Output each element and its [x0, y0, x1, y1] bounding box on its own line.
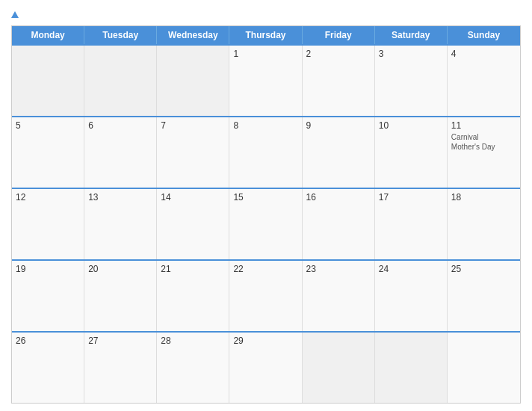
- day-number: 24: [379, 264, 443, 274]
- cal-cell-2-4: 8: [229, 117, 302, 188]
- logo-icon: [11, 11, 19, 18]
- cal-cell-3-6: 17: [375, 189, 448, 259]
- calendar-header-row: Monday Tuesday Wednesday Thursday Friday…: [12, 26, 520, 44]
- cal-cell-2-3: 7: [157, 117, 229, 188]
- day-number: 20: [88, 264, 152, 274]
- day-number: 29: [233, 336, 297, 346]
- cal-cell-5-7: [448, 333, 520, 403]
- day-number: 28: [161, 336, 225, 346]
- col-friday: Friday: [303, 26, 375, 44]
- day-number: 11: [451, 120, 516, 131]
- day-number: 25: [451, 264, 516, 274]
- cal-cell-2-5: 9: [303, 117, 375, 188]
- col-monday: Monday: [12, 26, 84, 44]
- cal-cell-1-2: [84, 46, 157, 116]
- day-number: 6: [88, 120, 152, 131]
- cal-cell-3-2: 13: [84, 189, 157, 259]
- calendar-body: 1234567891011CarnivalMother's Day1213141…: [12, 44, 520, 403]
- calendar-page: Monday Tuesday Wednesday Thursday Friday…: [0, 0, 532, 411]
- col-tuesday: Tuesday: [84, 26, 157, 44]
- day-number: 2: [306, 49, 371, 59]
- logo: [11, 7, 22, 21]
- day-number: 5: [16, 120, 80, 131]
- day-number: 18: [451, 192, 516, 203]
- col-saturday: Saturday: [375, 26, 448, 44]
- week-row-2: 567891011CarnivalMother's Day: [12, 116, 520, 188]
- cal-cell-3-3: 14: [157, 189, 229, 259]
- calendar-event: Mother's Day: [451, 142, 516, 152]
- cal-cell-5-5: [303, 333, 375, 403]
- day-number: 19: [16, 264, 80, 274]
- cal-cell-4-6: 24: [375, 261, 448, 331]
- calendar-grid: Monday Tuesday Wednesday Thursday Friday…: [11, 25, 521, 404]
- cal-cell-1-3: [157, 46, 229, 116]
- cal-cell-2-2: 6: [84, 117, 157, 188]
- week-row-1: 1234: [12, 44, 520, 116]
- day-number: 10: [379, 120, 443, 131]
- cal-cell-5-3: 28: [157, 333, 229, 403]
- day-number: 21: [161, 264, 225, 274]
- cal-cell-1-5: 2: [303, 46, 375, 116]
- cal-cell-1-7: 4: [448, 46, 520, 116]
- day-number: 13: [88, 192, 152, 203]
- day-number: 17: [379, 192, 443, 203]
- cal-cell-3-1: 12: [12, 189, 84, 259]
- cal-cell-2-6: 10: [375, 117, 448, 188]
- cal-cell-1-4: 1: [229, 46, 302, 116]
- day-number: 9: [306, 120, 371, 131]
- cal-cell-5-4: 29: [229, 333, 302, 403]
- cal-cell-4-2: 20: [84, 261, 157, 331]
- cal-cell-1-1: [12, 46, 84, 116]
- cal-cell-4-5: 23: [303, 261, 375, 331]
- cal-cell-4-7: 25: [448, 261, 520, 331]
- cal-cell-4-3: 21: [157, 261, 229, 331]
- col-sunday: Sunday: [448, 26, 520, 44]
- day-number: 15: [233, 192, 297, 203]
- day-number: 26: [16, 336, 80, 346]
- cal-cell-5-1: 26: [12, 333, 84, 403]
- day-number: 4: [451, 49, 516, 59]
- week-row-3: 12131415161718: [12, 188, 520, 259]
- cal-cell-4-1: 19: [12, 261, 84, 331]
- day-number: 7: [161, 120, 225, 131]
- cal-cell-2-7: 11CarnivalMother's Day: [448, 117, 520, 188]
- col-wednesday: Wednesday: [157, 26, 229, 44]
- day-number: 8: [233, 120, 297, 131]
- page-header: [11, 7, 521, 21]
- cal-cell-3-4: 15: [229, 189, 302, 259]
- day-number: 14: [161, 192, 225, 203]
- cal-cell-1-6: 3: [375, 46, 448, 116]
- col-thursday: Thursday: [229, 26, 302, 44]
- day-number: 27: [88, 336, 152, 346]
- day-number: 3: [379, 49, 443, 59]
- day-number: 22: [233, 264, 297, 274]
- cal-cell-3-7: 18: [448, 189, 520, 259]
- day-number: 23: [306, 264, 371, 274]
- week-row-5: 26272829: [12, 331, 520, 403]
- week-row-4: 19202122232425: [12, 259, 520, 331]
- cal-cell-3-5: 16: [303, 189, 375, 259]
- cal-cell-4-4: 22: [229, 261, 302, 331]
- calendar-event: Carnival: [451, 132, 516, 142]
- cal-cell-2-1: 5: [12, 117, 84, 188]
- day-number: 16: [306, 192, 371, 203]
- day-number: 12: [16, 192, 80, 203]
- day-number: 1: [233, 49, 297, 59]
- logo-triangle-icon: [11, 11, 19, 18]
- cal-cell-5-6: [375, 333, 448, 403]
- cal-cell-5-2: 27: [84, 333, 157, 403]
